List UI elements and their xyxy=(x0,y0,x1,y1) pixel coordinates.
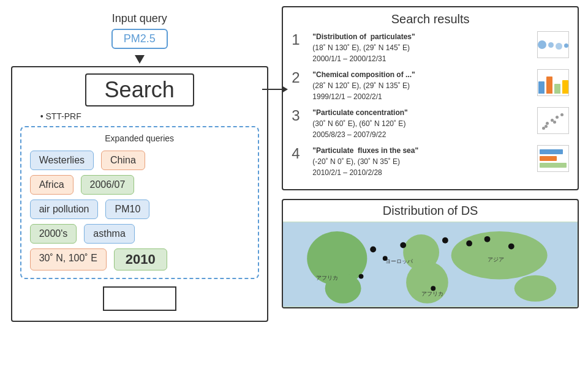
search-results-title: Search results xyxy=(292,12,569,26)
query-row-2: air pollution PM10 xyxy=(30,200,249,219)
svg-point-10 xyxy=(467,241,473,247)
pm25-box: PM2.5 xyxy=(111,29,168,49)
query-row-1: Africa 2006/07 xyxy=(30,175,249,195)
tag-asthma[interactable]: asthma xyxy=(84,224,134,244)
svg-text:アジア: アジア xyxy=(488,256,504,263)
tag-pm10[interactable]: PM10 xyxy=(105,200,149,219)
svg-text:アフリカ: アフリカ xyxy=(316,275,338,281)
outer-box: Search • STT-PRF Expanded queries Wester… xyxy=(11,66,268,322)
tag-china[interactable]: China xyxy=(101,151,145,170)
svg-point-7 xyxy=(371,247,377,253)
svg-point-11 xyxy=(484,236,491,242)
result-item-4: 4 "Particulate fluxes in the sea" (-20˚ … xyxy=(292,145,569,178)
search-box: Search xyxy=(85,73,194,106)
svg-point-8 xyxy=(401,242,407,248)
svg-point-14 xyxy=(431,286,436,291)
query-row-4: 30˚ N, 100˚ E 2010 xyxy=(30,248,249,270)
result-text-4: "Particulate fluxes in the sea" (-20˚ N … xyxy=(312,145,531,178)
tag-africa[interactable]: Africa xyxy=(30,175,74,195)
tag-air-pollution[interactable]: air pollution xyxy=(30,200,99,219)
svg-point-13 xyxy=(359,274,364,279)
distribution-title: Distribution of DS xyxy=(283,200,578,222)
result-item-1: 1 "Distribution of particulates" (18˚ N … xyxy=(292,31,569,64)
result-item-2: 2 "Chemical composition of ..." (28˚ N 1… xyxy=(292,69,569,102)
svg-point-12 xyxy=(508,244,514,250)
bottom-placeholder-box xyxy=(103,286,176,311)
scatter-plot-icon xyxy=(540,110,567,132)
result-number-2: 2 xyxy=(292,69,306,87)
right-panel: Search results 1 "Distribution of partic… xyxy=(282,6,579,382)
result-item-3: 3 "Particulate concentration" (30˚ N 60˚… xyxy=(292,107,569,140)
bar-chart-icon xyxy=(538,72,568,94)
svg-point-5 xyxy=(451,231,548,279)
query-row-3: 2000's asthma xyxy=(30,224,249,244)
map-container: アフリカ ヨーロッパ アジア アフリカ xyxy=(283,222,578,307)
result-number-4: 4 xyxy=(292,145,306,163)
tag-coords[interactable]: 30˚ N, 100˚ E xyxy=(30,248,107,270)
result-thumb-4 xyxy=(537,145,569,172)
left-panel: Input query PM2.5 Search • STT-PRF Expan… xyxy=(9,6,270,382)
tag-2010[interactable]: 2010 xyxy=(114,248,167,270)
result-thumb-1 xyxy=(537,31,569,58)
result-number-3: 3 xyxy=(292,107,306,125)
svg-text:ヨーロッパ: ヨーロッパ xyxy=(385,258,413,264)
stt-prf-label: • STT-PRF xyxy=(40,111,81,121)
input-query-label: Input query xyxy=(112,12,167,25)
expanded-queries-label: Expanded queries xyxy=(30,133,249,143)
expanded-queries-container: Expanded queries Westerlies China Africa… xyxy=(20,126,259,279)
svg-point-9 xyxy=(442,237,448,244)
main-container: Input query PM2.5 Search • STT-PRF Expan… xyxy=(0,0,588,388)
result-thumb-3 xyxy=(537,107,569,134)
distribution-section: Distribution of DS xyxy=(282,199,579,308)
search-results-section: Search results 1 "Distribution of partic… xyxy=(282,6,579,190)
tag-westerlies[interactable]: Westerlies xyxy=(30,151,94,170)
svg-point-4 xyxy=(406,261,448,304)
svg-text:アフリカ: アフリカ xyxy=(421,291,443,297)
scatter-dots-icon xyxy=(538,40,568,50)
tag-2006-07[interactable]: 2006/07 xyxy=(81,175,135,195)
arrow-right-connector xyxy=(262,86,288,93)
hbar-chart-icon xyxy=(540,149,567,168)
result-number-1: 1 xyxy=(292,31,306,49)
arrow-down-icon xyxy=(135,55,145,64)
result-text-1: "Distribution of particulates" (18˚ N 13… xyxy=(312,31,531,64)
result-thumb-2 xyxy=(537,69,569,96)
svg-point-6 xyxy=(514,275,557,302)
world-map-svg: アフリカ ヨーロッパ アジア アフリカ xyxy=(283,222,578,307)
result-text-2: "Chemical composition of ..." (28˚ N 120… xyxy=(312,69,531,102)
result-text-3: "Particulate concentration" (30˚ N 60˚ E… xyxy=(312,107,531,140)
query-row-0: Westerlies China xyxy=(30,151,249,170)
tag-2000s[interactable]: 2000's xyxy=(30,224,77,244)
